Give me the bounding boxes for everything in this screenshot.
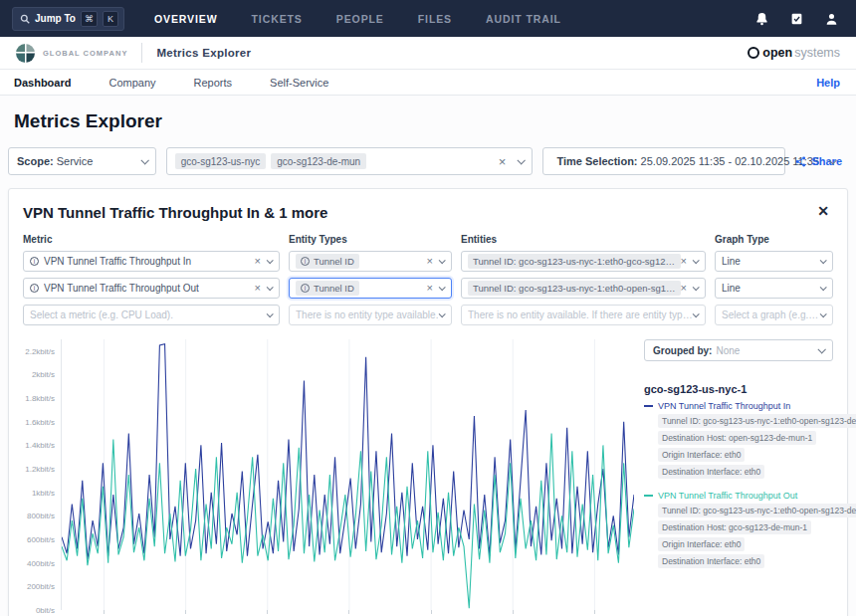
graph-type-select[interactable]: Line	[715, 251, 833, 272]
grouped-by-select[interactable]: Grouped by: None	[644, 339, 833, 361]
chevron-down-icon[interactable]	[693, 284, 700, 291]
metric-select-empty[interactable]: Select a metric (e.g. CPU Load).	[23, 305, 280, 325]
entity-type-select-empty[interactable]: There is no entity type available.	[289, 305, 452, 325]
topbar-actions	[755, 12, 838, 26]
metrics-card: VPN Tunnel Traffic Throughput In & 1 mor…	[8, 188, 848, 616]
metric-select[interactable]: iVPN Tunnel Traffic Throughput Out×	[23, 278, 280, 299]
topnav-item-tickets[interactable]: TICKETS	[252, 13, 303, 25]
clear-icon[interactable]: ×	[255, 256, 261, 267]
chevron-down-icon[interactable]	[140, 156, 148, 164]
chart-sidebar: Grouped by: None gco-sg123-us-nyc-1 VPN …	[644, 339, 833, 616]
entity-type-select[interactable]: iTunnel ID×	[289, 278, 452, 299]
scope-select[interactable]: Scope: Service	[8, 147, 156, 175]
topnav-item-audit-trail[interactable]: AUDIT TRAIL	[486, 13, 561, 25]
legend-tag: Origin Interface: eth0	[658, 448, 745, 462]
chevron-down-icon[interactable]	[267, 284, 274, 291]
service-tag[interactable]: gco-sg123-us-nyc	[175, 153, 266, 169]
clear-icon[interactable]: ×	[255, 283, 261, 294]
entity-tag[interactable]: Tunnel ID: gco-sg123-us-nyc-1:eth0-gco-s…	[468, 254, 681, 269]
topnav-item-people[interactable]: PEOPLE	[336, 13, 384, 25]
jump-to-button[interactable]: Jump To ⌘ K	[12, 7, 124, 31]
info-icon: i	[30, 284, 39, 293]
entities-select[interactable]: Tunnel ID: gco-sg123-us-nyc-1:eth0-gco-s…	[461, 251, 706, 272]
chevron-down-icon[interactable]	[820, 284, 827, 291]
subnav-item-self-service[interactable]: Self-Service	[270, 77, 328, 89]
breadcrumb: Metrics Explorer	[156, 47, 251, 59]
legend-tag: Destination Host: gco-sg123-de-mun-1	[658, 520, 811, 534]
x-tick-mark	[513, 610, 514, 614]
topbar: Jump To ⌘ K OVERVIEWTICKETSPEOPLEFILESAU…	[0, 0, 856, 37]
entity-value: Tunnel ID: gco-sg123-us-nyc-1:eth0-open-…	[473, 283, 676, 294]
topnav-item-files[interactable]: FILES	[418, 13, 452, 25]
graph-type-select[interactable]: Line	[715, 278, 833, 299]
share-label: Share	[811, 155, 842, 167]
share-button[interactable]: Share	[795, 155, 848, 167]
subnav-items: DashboardCompanyReportsSelf-Service	[14, 77, 328, 89]
legend-tag: Destination Host: open-sg123-de-mun-1	[658, 431, 816, 445]
chevron-down-icon[interactable]	[518, 156, 526, 164]
legend-series-name[interactable]: VPN Tunnel Traffic Throughput Out	[644, 491, 833, 501]
legend-series: VPN Tunnel Traffic Throughput OutTunnel …	[644, 491, 833, 568]
entities-select-empty[interactable]: There is no entity available. If there a…	[461, 305, 706, 325]
series-dash-icon	[644, 405, 653, 407]
entity-value: Tunnel ID: gco-sg123-us-nyc-1:eth0-gco-s…	[473, 256, 676, 267]
clear-icon[interactable]: ×	[427, 283, 433, 294]
chevron-down-icon[interactable]	[267, 310, 274, 317]
entities-select[interactable]: Tunnel ID: gco-sg123-us-nyc-1:eth0-open-…	[461, 278, 706, 299]
clear-icon[interactable]: ×	[681, 283, 687, 294]
user-icon[interactable]	[825, 12, 838, 26]
y-tick-label: 2kbit/s	[32, 370, 55, 379]
clear-icon[interactable]: ×	[499, 155, 507, 168]
divider	[141, 43, 142, 63]
brand-word-bold: open	[762, 46, 792, 60]
plot[interactable]	[61, 339, 634, 610]
x-tick-mark	[185, 610, 186, 614]
cmd-key-badge: ⌘	[81, 11, 98, 27]
y-tick-label: 1.2kbit/s	[25, 465, 55, 474]
chevron-down-icon[interactable]	[439, 310, 446, 317]
chevron-down-icon[interactable]	[693, 257, 700, 264]
chevron-down-icon[interactable]	[439, 257, 446, 264]
chevron-down-icon[interactable]	[820, 310, 827, 317]
legend-series: VPN Tunnel Traffic Throughput InTunnel I…	[644, 401, 833, 479]
clear-icon[interactable]: ×	[427, 256, 433, 267]
service-tags-input[interactable]: gco-sg123-us-nycgco-sg123-de-mun ×	[166, 147, 534, 175]
close-icon[interactable]: ✕	[813, 204, 833, 218]
subnav-item-company[interactable]: Company	[108, 77, 155, 89]
metric-select[interactable]: iVPN Tunnel Traffic Throughput In×	[23, 251, 280, 272]
subnav-item-dashboard[interactable]: Dashboard	[14, 77, 71, 89]
chevron-down-icon[interactable]	[439, 284, 446, 291]
chevron-down-icon[interactable]	[693, 310, 700, 317]
x-tick-mark	[348, 610, 349, 614]
entity-type-select[interactable]: iTunnel ID×	[289, 251, 452, 272]
filters-row: Scope: Service gco-sg123-us-nycgco-sg123…	[8, 147, 848, 175]
entity-type-tag[interactable]: iTunnel ID	[296, 281, 359, 296]
entity-type-tag[interactable]: iTunnel ID	[296, 254, 359, 269]
graph-type-value: Line	[722, 256, 741, 267]
chevron-down-icon[interactable]	[820, 257, 827, 264]
metric-configuration-grid: MetricEntity TypesEntitiesGraph TypeiVPN…	[23, 234, 833, 325]
clear-icon[interactable]: ×	[681, 256, 687, 267]
column-label-graph_type: Graph Type	[715, 234, 833, 245]
series-line	[62, 434, 634, 609]
bell-icon[interactable]	[755, 12, 768, 26]
chart-area: 0bit/s200bit/s400bit/s600bit/s800bit/s1k…	[23, 339, 634, 616]
entity-tag[interactable]: Tunnel ID: gco-sg123-us-nyc-1:eth0-open-…	[468, 281, 681, 296]
help-link[interactable]: Help	[816, 77, 840, 89]
chevron-down-icon[interactable]	[267, 257, 274, 264]
subnav-item-reports[interactable]: Reports	[194, 77, 233, 89]
topnav-item-overview[interactable]: OVERVIEW	[154, 13, 218, 25]
grouped-by-value: None	[716, 345, 740, 356]
chevron-down-icon[interactable]	[817, 345, 825, 353]
legend-series-name[interactable]: VPN Tunnel Traffic Throughput In	[644, 401, 833, 411]
card-header: VPN Tunnel Traffic Throughput In & 1 mor…	[23, 204, 833, 221]
y-tick-label: 1.8kbit/s	[25, 394, 55, 403]
graph-type-value: Line	[722, 283, 741, 294]
graph-type-select-empty[interactable]: Select a graph (e.g. Line).	[715, 305, 833, 325]
placeholder: There is no entity available. If there a…	[468, 309, 693, 320]
placeholder: Select a graph (e.g. Line).	[722, 309, 820, 320]
time-selection[interactable]: Time Selection: 25.09.2025 11:35 - 02.10…	[542, 147, 785, 175]
service-tag[interactable]: gco-sg123-de-mun	[271, 153, 366, 169]
tasks-icon[interactable]	[790, 12, 803, 26]
scope-label: Scope:	[17, 155, 54, 167]
